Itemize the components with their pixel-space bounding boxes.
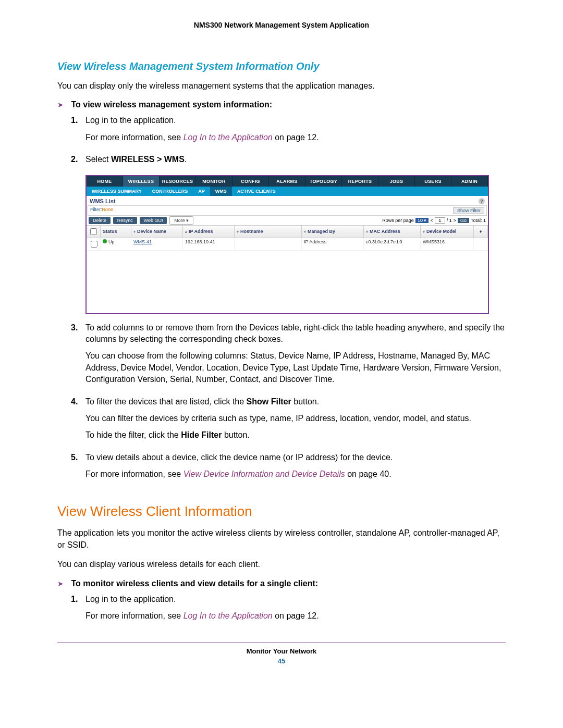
nav-home[interactable]: HOME (87, 176, 123, 187)
nav-wireless[interactable]: WIRELESS (123, 176, 160, 187)
task-heading-2: To monitor wireless clients and view det… (71, 579, 318, 588)
step4-b: You can filter the devices by criteria s… (85, 413, 506, 424)
link-device-details[interactable]: View Device Information and Device Detai… (183, 470, 345, 478)
nav-reports[interactable]: REPORTS (342, 176, 378, 187)
nav-resources[interactable]: RESOURCES (160, 176, 196, 187)
gear-icon[interactable]: ♦ (474, 226, 488, 238)
step3-text-b: You can choose from the following column… (85, 350, 506, 385)
intro-text: You can display only the wireless manage… (57, 80, 506, 92)
section-title-wms: View Wireless Management System Informat… (57, 60, 506, 72)
nav-admin[interactable]: ADMIN (451, 176, 488, 187)
nav-monitor[interactable]: MONITOR (196, 176, 232, 187)
sub-nav: WIRELESS SUMMARY CONTROLLERS AP WMS ACTI… (87, 187, 488, 196)
client-p1: The application lets you monitor the act… (57, 527, 506, 551)
nav-config[interactable]: CONFIG (232, 176, 269, 187)
rows-per-page[interactable]: 10 ▾ (415, 218, 429, 223)
nav-jobs[interactable]: JOBS (378, 176, 415, 187)
footer-chapter: Monitor Your Network (57, 647, 506, 655)
subnav-controllers[interactable]: CONTROLLERS (147, 187, 193, 196)
step-number: 1. (71, 594, 85, 627)
row-checkbox[interactable] (91, 241, 97, 248)
help-icon[interactable]: ? (479, 198, 485, 204)
step1-more: For more information, see Log In to the … (85, 132, 506, 143)
step-number: 5. (71, 452, 85, 486)
footer-page-number: 45 (57, 657, 506, 665)
webgui-button[interactable]: Web GUI (140, 217, 167, 224)
delete-button[interactable]: Delete (89, 217, 111, 224)
filter-status: Filter:None (90, 207, 113, 214)
step-number: 2. (71, 154, 85, 170)
task-heading-1: To view wireless management system infor… (71, 100, 272, 109)
wms-screenshot: HOME WIRELESS RESOURCES MONITOR CONFIG A… (85, 175, 489, 314)
table-row[interactable]: Up WMS-41 192.168.10.41 IP Address c0:3f… (87, 238, 488, 251)
select-all-checkbox[interactable] (90, 228, 97, 235)
step-number: 1. (71, 115, 85, 149)
more-button[interactable]: More ▾ (169, 216, 193, 225)
nav-alarms[interactable]: ALARMS (269, 176, 305, 187)
footer-separator (57, 643, 506, 643)
step3-text-a: To add columns to or remove them from th… (85, 322, 506, 346)
link-login[interactable]: Log In to the Application (183, 611, 273, 620)
subnav-active[interactable]: ACTIVE CLIENTS (232, 187, 281, 196)
h2-client-info: View Wireless Client Information (57, 503, 506, 520)
nav-users[interactable]: USERS (415, 176, 451, 187)
next-page-icon[interactable]: > (454, 218, 456, 223)
subnav-wms[interactable]: WMS (210, 187, 232, 196)
table-header[interactable]: Status ♦Device Name ▴IP Address ♦Hostnam… (87, 225, 488, 238)
arrow-icon: ➤ (57, 101, 64, 109)
step5-b: For more information, see View Device In… (85, 468, 506, 480)
client-p2: You can display various wireless details… (57, 559, 506, 570)
wms-list-title: WMS List (90, 198, 116, 204)
main-nav: HOME WIRELESS RESOURCES MONITOR CONFIG A… (87, 176, 488, 187)
link-login[interactable]: Log In to the Application (183, 133, 273, 142)
step4-c: To hide the filter, click the Hide Filte… (85, 429, 506, 441)
nav-topology[interactable]: TOPOLOGY (305, 176, 342, 187)
device-name-link[interactable]: WMS-41 (133, 239, 152, 244)
step2-text: Select WIRELESS > WMS. (85, 154, 506, 165)
subnav-summary[interactable]: WIRELESS SUMMARY (87, 187, 147, 196)
resync-button[interactable]: Resync (113, 217, 137, 224)
step1-more: For more information, see Log In to the … (85, 610, 506, 622)
step1-text: Log in to the application. (85, 115, 506, 126)
subnav-ap[interactable]: AP (193, 187, 210, 196)
step-number: 4. (71, 396, 85, 447)
step4-text: To filter the devices that are listed, c… (85, 396, 506, 408)
prev-page-icon[interactable]: < (430, 218, 433, 223)
page-header: NMS300 Network Management System Applica… (57, 21, 506, 29)
arrow-icon: ➤ (57, 579, 64, 588)
go-button[interactable]: Go (458, 218, 469, 223)
pager: Rows per page 10 ▾ < / 1 > Go Total: 1 (382, 217, 486, 224)
status-up-icon (103, 239, 107, 243)
step-number: 3. (71, 322, 85, 391)
step5-text: To view details about a device, click th… (85, 452, 506, 463)
step1-text: Log in to the application. (85, 594, 506, 605)
show-filter-button[interactable]: Show Filter (454, 207, 484, 214)
page-input[interactable] (435, 217, 445, 224)
